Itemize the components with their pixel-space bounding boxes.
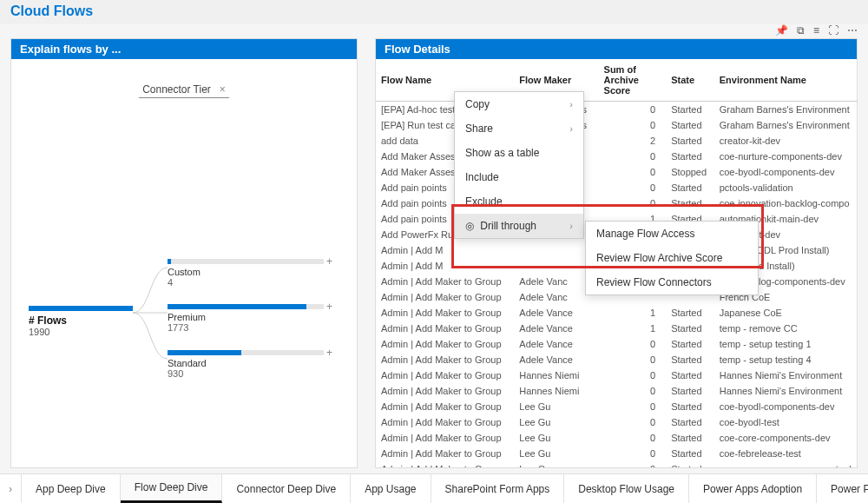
table-row[interactable]: Admin | Add Maker to GroupLee Gu0Started… <box>376 461 857 467</box>
connector-tier-chip[interactable]: Connector Tier × <box>139 82 229 98</box>
tab-desktop-flow-usage[interactable]: Desktop Flow Usage <box>564 474 689 503</box>
child-node-premium[interactable]: Premium1773+ <box>168 304 324 333</box>
tab-app-deep-dive[interactable]: App Deep Dive <box>22 474 121 503</box>
child-label: Custom <box>168 267 324 277</box>
table-row[interactable]: Admin | Add Maker to GroupLee Gu0Started… <box>376 430 857 446</box>
submenu-review-archive-score[interactable]: Review Flow Archive Score <box>586 246 758 270</box>
tab-app-usage[interactable]: App Usage <box>351 474 431 503</box>
table-row[interactable]: Admin | Add Maker to GroupLee Gu0Started… <box>376 414 857 430</box>
page-title: Cloud Flows <box>0 0 868 24</box>
tab-flow-deep-dive[interactable]: Flow Deep Dive <box>121 474 223 503</box>
expand-icon[interactable]: + <box>326 347 332 359</box>
root-label: # Flows <box>29 314 133 327</box>
table-row[interactable]: Add Maker Asses0Stoppedcoe-byodl-compone… <box>376 164 857 180</box>
table-row[interactable]: Admin | Add Maker to GroupAdele Vance1St… <box>376 321 857 336</box>
submenu-manage-flow-access[interactable]: Manage Flow Access <box>586 222 758 246</box>
table-row[interactable]: Admin | Add Maker to GroupHannes Niemi0S… <box>376 367 857 383</box>
table-row[interactable]: Admin | Add Maker to GroupLee Gu0Started… <box>376 399 857 414</box>
child-label: Premium <box>168 312 324 322</box>
col-env-name[interactable]: Environment Name <box>714 59 857 102</box>
explain-flows-header: Explain flows by ... <box>11 39 357 59</box>
child-node-custom[interactable]: Custom4+ <box>168 259 324 288</box>
tab-power-platform-yoy-adopti[interactable]: Power Platform YoY Adopti <box>817 474 868 503</box>
context-menu[interactable]: Copy› Share› Show as a table Include Exc… <box>454 91 584 239</box>
table-row[interactable]: Add pain pointsrator0Startedpctools-vali… <box>376 180 857 195</box>
child-value: 1773 <box>168 322 324 333</box>
table-row[interactable]: add dataMario Rogers2Startedcreator-kit-… <box>376 133 857 149</box>
table-row[interactable]: Admin | Add Maker to GroupLee Gu0Started… <box>376 446 857 461</box>
menu-exclude[interactable]: Exclude <box>455 189 583 214</box>
table-row[interactable]: Admin | Add Maker to GroupAdele Vance0St… <box>376 336 857 352</box>
expand-icon[interactable]: + <box>326 301 332 313</box>
submenu-review-flow-connectors[interactable]: Review Flow Connectors <box>586 270 758 295</box>
tab-power-apps-adoption[interactable]: Power Apps Adoption <box>689 474 817 503</box>
drill-icon: ◎ <box>465 220 477 232</box>
table-row[interactable]: Admin | Add Maker to GroupAdele Vance0St… <box>376 352 857 367</box>
tab-sharepoint-form-apps[interactable]: SharePoint Form Apps <box>431 474 565 503</box>
tab-scroll-left[interactable]: › <box>0 474 22 503</box>
menu-include[interactable]: Include <box>455 165 583 189</box>
table-row[interactable]: Admin | Add Maker to GroupHannes Niemi0S… <box>376 383 857 399</box>
table-row[interactable]: Add pain points0Startedcoe-innovation-ba… <box>376 195 857 211</box>
menu-copy[interactable]: Copy› <box>455 92 583 116</box>
child-node-standard[interactable]: Standard930+ <box>168 350 324 379</box>
explain-flows-panel: Explain flows by ... Connector Tier × # … <box>10 38 358 468</box>
flow-details-header: Flow Details <box>376 39 857 59</box>
expand-icon[interactable]: + <box>326 255 332 268</box>
table-row[interactable]: [EPA] Run test cases (child)Graham Barne… <box>376 117 857 133</box>
root-node-flows[interactable]: # Flows 1990 <box>29 306 133 337</box>
root-value: 1990 <box>29 327 133 337</box>
table-row[interactable]: Add Maker Asses0Startedcoe-nurture-compo… <box>376 149 857 164</box>
table-row[interactable]: Admin | Add Maker to GroupAdele Vance1St… <box>376 305 857 321</box>
col-archive-score[interactable]: Sum of Archive Score <box>599 59 667 102</box>
menu-share[interactable]: Share› <box>455 116 583 141</box>
flow-details-panel: Flow Details Flow Name Flow Maker Sum of… <box>375 38 858 468</box>
col-state[interactable]: State <box>666 59 714 102</box>
close-icon[interactable]: × <box>220 83 226 96</box>
drill-through-submenu[interactable]: Manage Flow Access Review Flow Archive S… <box>585 221 759 295</box>
table-row[interactable]: [EPA] Ad-hoc test case runGraham Barnes0… <box>376 102 857 118</box>
child-label: Standard <box>168 358 324 368</box>
menu-show-table[interactable]: Show as a table <box>455 141 583 165</box>
chip-label: Connector Tier <box>142 83 211 96</box>
report-tabs[interactable]: › App Deep DiveFlow Deep DiveConnector D… <box>0 473 868 503</box>
menu-drill-through[interactable]: ◎ Drill through › <box>455 214 583 238</box>
child-value: 4 <box>168 277 324 288</box>
child-value: 930 <box>168 368 324 379</box>
tab-connector-deep-dive[interactable]: Connector Deep Dive <box>222 474 351 503</box>
